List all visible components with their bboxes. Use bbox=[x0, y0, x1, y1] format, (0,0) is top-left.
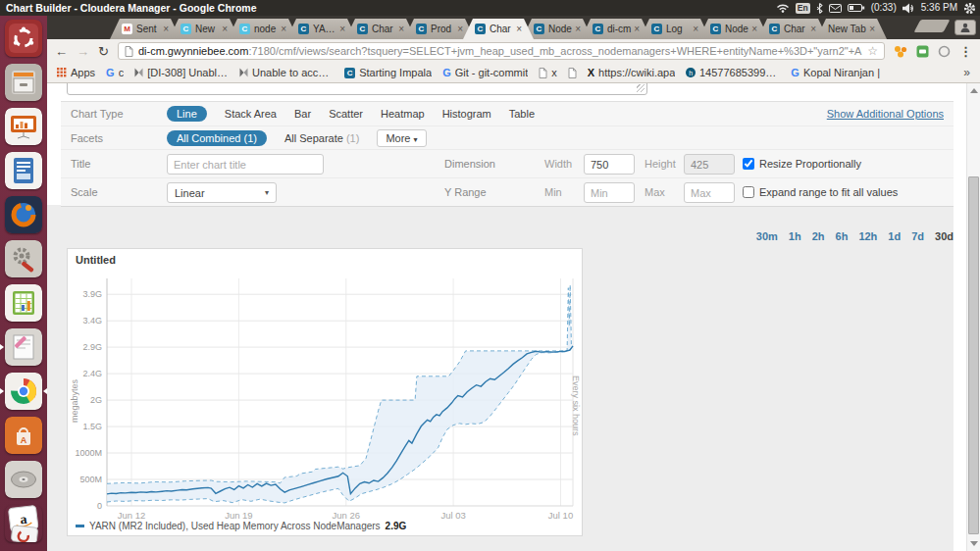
tab-close-icon[interactable]: × bbox=[398, 25, 404, 34]
tab-sent[interactable]: MSent× bbox=[110, 19, 181, 39]
chart-type-option-bar[interactable]: Bar bbox=[294, 108, 311, 120]
launcher-software-center-icon[interactable]: A bbox=[5, 417, 42, 454]
dimension-width-input[interactable] bbox=[584, 154, 635, 175]
chart-type-option-scatter[interactable]: Scatter bbox=[329, 108, 363, 120]
tab-prod[interactable]: CProd× bbox=[404, 19, 475, 39]
facets-more-button[interactable]: More ▾ bbox=[377, 129, 426, 147]
tab-close-icon[interactable]: × bbox=[339, 25, 345, 34]
time-range-30d[interactable]: 30d bbox=[935, 230, 954, 242]
facet-option-all-combined[interactable]: All Combined (1) bbox=[167, 130, 267, 146]
bookmark-star-icon[interactable]: ☆ bbox=[867, 44, 878, 58]
launcher-ubuntu-dash-icon[interactable] bbox=[5, 20, 42, 57]
bookmark-https-cwiki-apa[interactable]: Xhttps://cwiki.apa bbox=[588, 67, 676, 78]
chrome-menu-button[interactable]: ⋮ bbox=[959, 44, 972, 59]
tab-new-tab[interactable]: New Tab× bbox=[816, 19, 887, 39]
resize-checkbox[interactable] bbox=[743, 158, 754, 170]
tab-close-icon[interactable]: × bbox=[457, 25, 463, 34]
chart-type-option-stack-area[interactable]: Stack Area bbox=[225, 108, 277, 120]
tab-di-cm[interactable]: Cdi-cm× bbox=[581, 19, 651, 39]
tab-close-icon[interactable]: × bbox=[516, 25, 522, 34]
tab-close-icon[interactable]: × bbox=[163, 25, 169, 34]
chart-type-option-heatmap[interactable]: Heatmap bbox=[381, 108, 425, 120]
scrollbar-thumb[interactable] bbox=[968, 176, 979, 534]
scrollbar-down-arrow[interactable] bbox=[970, 541, 978, 546]
mail-icon[interactable] bbox=[829, 4, 842, 13]
launcher-system-settings-icon[interactable] bbox=[5, 240, 42, 277]
back-button[interactable]: ← bbox=[55, 45, 68, 58]
bookmark-unable-to-access[interactable]: Unable to access bbox=[239, 67, 334, 78]
chart-title-input[interactable] bbox=[167, 154, 324, 175]
launcher-libreoffice-writer-icon[interactable] bbox=[5, 152, 42, 189]
time-range-1d[interactable]: 1d bbox=[888, 230, 901, 242]
tab-close-icon[interactable]: × bbox=[693, 25, 698, 34]
tab-close-icon[interactable]: × bbox=[222, 25, 228, 34]
scrollbar-up-arrow[interactable] bbox=[970, 88, 978, 93]
time-range-12h[interactable]: 12h bbox=[858, 230, 877, 242]
profile-button[interactable] bbox=[954, 20, 976, 35]
tab-char[interactable]: CChar× bbox=[757, 19, 828, 39]
forward-button[interactable]: → bbox=[77, 45, 89, 58]
volume-icon[interactable] bbox=[903, 3, 915, 14]
launcher-chrome-icon[interactable] bbox=[5, 373, 42, 410]
launcher-disk-utility-icon[interactable] bbox=[5, 461, 42, 498]
bookmark-c[interactable]: Gc bbox=[106, 67, 124, 78]
tab-node[interactable]: CNode× bbox=[522, 19, 593, 39]
new-tab-button[interactable] bbox=[914, 20, 951, 32]
show-additional-options-link[interactable]: Show Additional Options bbox=[827, 108, 944, 120]
launcher-libreoffice-calc-icon[interactable] bbox=[5, 284, 42, 322]
scale-select[interactable]: Linear ▾ bbox=[167, 182, 277, 203]
tab-char[interactable]: CChar× bbox=[463, 19, 534, 39]
facet-option-all-separate[interactable]: All Separate (1) bbox=[284, 132, 359, 144]
tab-close-icon[interactable]: × bbox=[869, 25, 875, 34]
tab-close-icon[interactable]: × bbox=[751, 25, 757, 34]
launcher-firefox-icon[interactable] bbox=[5, 196, 42, 233]
time-range-2h[interactable]: 2h bbox=[812, 230, 825, 242]
tab-char[interactable]: CChar× bbox=[345, 19, 416, 39]
bookmark-x[interactable]: x bbox=[539, 67, 557, 78]
time-range-30m[interactable]: 30m bbox=[756, 230, 778, 242]
chart-type-option-histogram[interactable]: Histogram bbox=[442, 108, 491, 120]
tab-close-icon[interactable]: × bbox=[634, 25, 640, 34]
url-text[interactable]: di-cm.gwynniebee.com:7180/cmf/views/sear… bbox=[138, 45, 862, 57]
tab-close-icon[interactable]: × bbox=[810, 25, 816, 34]
tab-node[interactable]: Cnode× bbox=[228, 19, 298, 39]
y-max-input[interactable] bbox=[684, 182, 735, 203]
launcher-text-editor-icon[interactable] bbox=[5, 328, 42, 366]
bookmark-blank[interactable] bbox=[568, 68, 577, 78]
launcher-libreoffice-impress-icon[interactable] bbox=[5, 108, 42, 145]
bookmark-apps[interactable]: Apps bbox=[57, 67, 95, 78]
tsquery-input[interactable] bbox=[67, 83, 647, 95]
bookmarks-overflow-chevron[interactable]: » bbox=[963, 66, 970, 79]
bookmark-di-308-unable-t[interactable]: [DI-308] Unable t bbox=[134, 67, 229, 78]
omnibox[interactable]: di-cm.gwynniebee.com:7180/cmf/views/sear… bbox=[118, 42, 885, 60]
session-gear-icon[interactable] bbox=[963, 2, 976, 15]
bluetooth-icon[interactable] bbox=[816, 3, 823, 14]
bookmark-kopal-niranjan[interactable]: GKopal Niranjan | bbox=[791, 67, 880, 78]
time-range-7d[interactable]: 7d bbox=[911, 230, 924, 242]
reload-button[interactable]: ↻ bbox=[98, 45, 109, 58]
extension-icon-circle[interactable] bbox=[938, 45, 951, 58]
launcher-files-icon[interactable] bbox=[5, 64, 42, 101]
chart-type-option-line[interactable]: Line bbox=[167, 106, 207, 122]
tab-node[interactable]: CNode× bbox=[698, 19, 769, 39]
bookmark-starting-impala[interactable]: CStarting Impala bbox=[344, 67, 432, 78]
chart-type-option-table[interactable]: Table bbox=[509, 108, 535, 120]
bookmark-git-git-commit[interactable]: GGit - git-commit bbox=[442, 67, 528, 78]
clock[interactable]: 5:36 PM bbox=[921, 0, 957, 16]
expand-range-checkbox[interactable] bbox=[743, 186, 754, 198]
wifi-icon[interactable] bbox=[776, 3, 790, 13]
tab-log[interactable]: CLog× bbox=[640, 19, 710, 39]
battery-icon[interactable] bbox=[848, 3, 865, 13]
keyboard-indicator[interactable]: En bbox=[796, 3, 810, 14]
tab-close-icon[interactable]: × bbox=[281, 25, 286, 34]
page-scrollbar[interactable] bbox=[966, 83, 980, 551]
y-min-input[interactable] bbox=[584, 182, 635, 203]
tab-yarn[interactable]: CYARN× bbox=[286, 19, 357, 39]
extension-icon-cluster[interactable] bbox=[894, 45, 907, 58]
tab-new[interactable]: CNew× bbox=[169, 19, 239, 39]
time-range-1h[interactable]: 1h bbox=[789, 230, 801, 242]
extension-icon-green[interactable] bbox=[916, 45, 929, 58]
bookmark-1457768539998[interactable]: h1457768539998_ bbox=[686, 67, 780, 78]
time-range-6h[interactable]: 6h bbox=[836, 230, 849, 242]
tab-close-icon[interactable]: × bbox=[575, 25, 581, 34]
